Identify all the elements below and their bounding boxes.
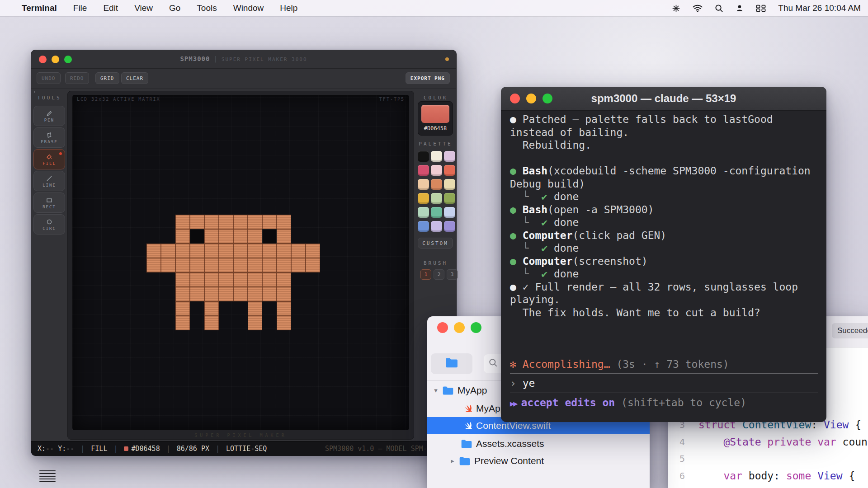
- sprite-cell[interactable]: [277, 258, 291, 272]
- sprite-cell[interactable]: [190, 258, 204, 272]
- tree-row-assets[interactable]: Assets.xcassets: [427, 435, 650, 452]
- palette-swatch[interactable]: [444, 179, 455, 190]
- palette-swatch[interactable]: [444, 165, 455, 176]
- menu-item-window[interactable]: Window: [233, 3, 264, 13]
- sprite-cell[interactable]: [204, 229, 219, 244]
- sprite-cell[interactable]: [175, 244, 190, 258]
- sprite-cell[interactable]: [291, 287, 306, 301]
- sprite-cell[interactable]: [204, 316, 219, 330]
- sprite-cell[interactable]: [161, 316, 175, 330]
- sprite-cell[interactable]: [219, 287, 233, 301]
- palette-swatch[interactable]: [418, 151, 429, 162]
- minimize-button[interactable]: [454, 322, 465, 333]
- sprite-cell[interactable]: [248, 229, 262, 244]
- tool-line[interactable]: LINE: [33, 171, 65, 191]
- sprite-cell[interactable]: [277, 215, 291, 229]
- close-button[interactable]: [437, 322, 448, 333]
- redo-button[interactable]: REDO: [65, 72, 89, 84]
- sprite-cell[interactable]: [161, 229, 175, 244]
- sprite-cell[interactable]: [262, 229, 277, 244]
- menu-item-file[interactable]: File: [73, 3, 87, 13]
- sprite-cell[interactable]: [277, 272, 291, 287]
- sprite-cell[interactable]: [306, 272, 320, 287]
- terminal-titlebar[interactable]: spm3000 — claude — 53×19: [501, 87, 826, 111]
- palette-swatch[interactable]: [431, 207, 442, 218]
- sprite-cell[interactable]: [233, 244, 248, 258]
- sprite-cell[interactable]: [291, 316, 306, 330]
- sprite-cell[interactable]: [248, 316, 262, 330]
- sprite-cell[interactable]: [233, 215, 248, 229]
- palette-swatch[interactable]: [444, 207, 455, 218]
- sprite-cell[interactable]: [233, 287, 248, 301]
- sprite-cell[interactable]: [248, 258, 262, 272]
- sprite-cell[interactable]: [146, 244, 161, 258]
- palette-swatch[interactable]: [418, 165, 429, 176]
- asterisk-icon[interactable]: [672, 4, 680, 13]
- palette-swatch[interactable]: [418, 207, 429, 218]
- sprite-cell[interactable]: [161, 301, 175, 316]
- menu-bar-clock[interactable]: Thu Mar 26 10:04 AM: [778, 3, 861, 13]
- sprite-cell[interactable]: [262, 272, 277, 287]
- palette-swatch[interactable]: [418, 179, 429, 190]
- sprite-cell[interactable]: [146, 316, 161, 330]
- sprite-cell[interactable]: [219, 229, 233, 244]
- sprite-cell[interactable]: [277, 244, 291, 258]
- sprite-cell[interactable]: [233, 229, 248, 244]
- project-navigator-button[interactable]: [431, 353, 472, 374]
- sprite-cell[interactable]: [219, 316, 233, 330]
- zoom-button[interactable]: [471, 322, 481, 333]
- sprite-cell[interactable]: [219, 301, 233, 316]
- palette-swatch[interactable]: [444, 221, 455, 232]
- sprite-cell[interactable]: [248, 287, 262, 301]
- menu-item-tools[interactable]: Tools: [197, 3, 217, 13]
- sprite-cell[interactable]: [291, 272, 306, 287]
- tool-pen[interactable]: PEN: [33, 106, 65, 126]
- palette-swatch[interactable]: [431, 193, 442, 204]
- sprite-cell[interactable]: [190, 316, 204, 330]
- chevron-right-icon[interactable]: ▸: [449, 457, 456, 465]
- palette-swatch[interactable]: [418, 221, 429, 232]
- sprite-cell[interactable]: [291, 229, 306, 244]
- sprite-cell[interactable]: [277, 229, 291, 244]
- sprite-cell[interactable]: [306, 316, 320, 330]
- sprite-cell[interactable]: [146, 229, 161, 244]
- palette-swatch[interactable]: [418, 193, 429, 204]
- sprite-cell[interactable]: [161, 244, 175, 258]
- tree-row-preview-content[interactable]: ▸ Preview Content: [427, 452, 650, 469]
- sprite-cell[interactable]: [190, 301, 204, 316]
- sprite-cell[interactable]: [277, 316, 291, 330]
- sprite-cell[interactable]: [248, 244, 262, 258]
- sprite-cell[interactable]: [175, 229, 190, 244]
- current-color-swatch[interactable]: [421, 105, 449, 123]
- code-editor-area[interactable]: struct ContentView: View { @State privat…: [698, 417, 868, 484]
- sprite-cell[interactable]: [161, 215, 175, 229]
- sprite-cell[interactable]: [248, 215, 262, 229]
- sprite-cell[interactable]: [306, 301, 320, 316]
- wifi-icon[interactable]: [693, 5, 703, 12]
- sprite-cell[interactable]: [291, 215, 306, 229]
- sprite-cell[interactable]: [219, 272, 233, 287]
- menu-item-go[interactable]: Go: [169, 3, 180, 13]
- sprite-cell[interactable]: [277, 301, 291, 316]
- sprite-cell[interactable]: [233, 301, 248, 316]
- sprite-cell[interactable]: [233, 272, 248, 287]
- sprite-cell[interactable]: [306, 287, 320, 301]
- sprite-cell[interactable]: [306, 229, 320, 244]
- sprite-cell[interactable]: [277, 287, 291, 301]
- sprite-cell[interactable]: [291, 258, 306, 272]
- sprite-cell[interactable]: [219, 258, 233, 272]
- sprite-cell[interactable]: [175, 215, 190, 229]
- brush-size-1[interactable]: 1: [420, 269, 431, 280]
- palette-swatch[interactable]: [444, 151, 455, 162]
- user-icon[interactable]: [736, 4, 744, 12]
- sprite-cell[interactable]: [161, 272, 175, 287]
- palette-swatch[interactable]: [444, 193, 455, 204]
- sprite-cell[interactable]: [175, 316, 190, 330]
- sprite-cell[interactable]: [190, 287, 204, 301]
- grid-toggle-button[interactable]: GRID: [95, 72, 119, 84]
- export-png-button[interactable]: EXPORT PNG: [406, 72, 450, 84]
- tool-rect[interactable]: RECT: [33, 192, 65, 213]
- sprite-cell[interactable]: [306, 244, 320, 258]
- pixel-editor-titlebar[interactable]: SPM3000|SUPER PIXEL MAKER 3000: [31, 50, 456, 69]
- menu-app-name[interactable]: Terminal: [22, 3, 57, 13]
